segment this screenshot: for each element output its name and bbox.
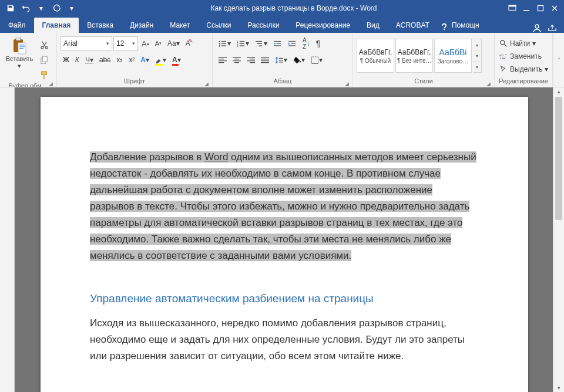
svg-rect-44 xyxy=(233,60,241,61)
clipboard-launcher-icon[interactable]: ◢ xyxy=(49,82,53,87)
selected-paragraph[interactable]: Добавление разрывов в Word одним из выше… xyxy=(90,149,479,264)
minimize-icon[interactable] xyxy=(519,1,533,15)
superscript-button[interactable]: x² xyxy=(126,53,137,67)
align-left-button[interactable] xyxy=(216,53,229,67)
maximize-icon[interactable] xyxy=(533,1,548,15)
svg-rect-39 xyxy=(219,59,224,59)
tab-layout[interactable]: Макет xyxy=(162,18,198,33)
justify-button[interactable] xyxy=(258,53,271,67)
svg-rect-22 xyxy=(221,45,226,46)
shrink-font-button[interactable]: A▾ xyxy=(153,36,164,50)
format-painter-button[interactable] xyxy=(38,68,51,82)
undo-dropdown-icon[interactable]: ▾ xyxy=(34,1,48,15)
title-bar: ▾ ▾ Как сделать разрыв страницы в Ворде.… xyxy=(0,0,564,16)
share-icon[interactable] xyxy=(548,23,557,33)
svg-rect-41 xyxy=(219,62,224,63)
tab-acrobat[interactable]: ACROBAT xyxy=(388,18,438,33)
page[interactable]: Добавление разрывов в Word одним из выше… xyxy=(41,97,528,392)
redo-icon[interactable] xyxy=(49,1,63,15)
svg-rect-35 xyxy=(288,40,296,41)
replace-button[interactable]: abacЗаменить xyxy=(498,50,549,62)
increase-indent-button[interactable] xyxy=(286,36,299,50)
close-icon[interactable] xyxy=(548,1,562,15)
align-center-button[interactable] xyxy=(230,53,243,67)
svg-rect-8 xyxy=(19,45,25,46)
tab-review[interactable]: Рецензирование xyxy=(287,18,358,33)
editing-group-label: Редактирование xyxy=(499,77,548,85)
show-marks-button[interactable]: ¶ xyxy=(314,36,323,50)
svg-rect-10 xyxy=(19,48,24,49)
grow-font-button[interactable]: A▴ xyxy=(139,36,152,50)
line-spacing-button[interactable]: ▾ xyxy=(273,53,290,67)
vertical-scrollbar[interactable]: ▴ ▾ xyxy=(553,87,564,392)
scroll-down-icon[interactable]: ▾ xyxy=(553,384,564,392)
save-icon[interactable] xyxy=(4,1,18,15)
undo-icon[interactable] xyxy=(19,1,33,15)
tab-insert[interactable]: Вставка xyxy=(79,18,122,33)
page-scroll[interactable]: Добавление разрывов в Word одним из выше… xyxy=(15,87,553,392)
align-right-button[interactable] xyxy=(244,53,257,67)
svg-rect-26 xyxy=(240,43,244,43)
numbering-button[interactable]: 123▾ xyxy=(234,36,251,50)
collapse-ribbon-icon[interactable]: ˄ xyxy=(553,33,564,87)
copy-button[interactable] xyxy=(38,53,51,67)
font-name-combo[interactable]: Arial▾ xyxy=(61,36,112,50)
svg-rect-1 xyxy=(509,5,516,7)
scroll-up-icon[interactable]: ▴ xyxy=(553,87,564,96)
tab-design[interactable]: Дизайн xyxy=(122,18,162,33)
bullets-button[interactable]: ▾ xyxy=(216,36,233,50)
style-normal[interactable]: АаБбВвГг,¶ Обычный xyxy=(357,39,394,73)
tell-me-icon[interactable] xyxy=(438,20,451,33)
select-button[interactable]: Выделить ▾ xyxy=(498,63,549,75)
svg-rect-14 xyxy=(43,56,48,61)
scrollbar-thumb[interactable] xyxy=(555,97,562,220)
change-case-button[interactable]: Aa▾ xyxy=(165,36,182,50)
paste-label: Вставить xyxy=(6,55,33,62)
font-launcher-icon[interactable]: ◢ xyxy=(204,81,209,87)
cut-button[interactable] xyxy=(38,38,51,52)
text-effects-button[interactable]: A▾ xyxy=(138,53,152,67)
qat-customize-icon[interactable]: ▾ xyxy=(65,1,79,15)
font-color-button[interactable]: A▾ xyxy=(170,53,183,67)
borders-button[interactable]: ▾ xyxy=(308,53,325,67)
style-nospacing[interactable]: АаБбВвГг,¶ Без инте… xyxy=(395,39,433,73)
tab-file[interactable]: Файл xyxy=(0,18,34,33)
subscript-button[interactable]: x₂ xyxy=(114,53,125,67)
tab-home[interactable]: Главная xyxy=(34,18,79,33)
svg-rect-51 xyxy=(261,59,269,59)
find-button[interactable]: Найти ▾ xyxy=(498,38,549,49)
heading-2[interactable]: Управление автоматическим разбиением на … xyxy=(90,292,479,305)
font-size-combo[interactable]: 12▾ xyxy=(113,36,138,50)
tab-mailings[interactable]: Рассылки xyxy=(240,18,288,33)
styles-launcher-icon[interactable]: ◢ xyxy=(486,81,491,87)
svg-rect-34 xyxy=(274,45,281,46)
svg-rect-29 xyxy=(256,40,262,41)
svg-rect-46 xyxy=(247,57,255,58)
bold-button[interactable]: Ж xyxy=(61,53,72,67)
word-link: Word xyxy=(204,151,228,163)
decrease-indent-button[interactable] xyxy=(271,36,284,50)
strike-button[interactable]: abc xyxy=(97,53,113,67)
highlight-button[interactable]: ▾ xyxy=(153,53,169,67)
ribbon-options-icon[interactable] xyxy=(505,1,519,15)
clear-format-button[interactable]: A✎ xyxy=(183,36,193,50)
svg-rect-2 xyxy=(523,10,529,11)
tab-view[interactable]: Вид xyxy=(358,18,388,33)
shading-button[interactable]: ▾ xyxy=(291,53,307,67)
multilevel-button[interactable]: ▾ xyxy=(253,36,270,50)
tell-me-label[interactable]: Помощн xyxy=(451,18,488,33)
para-launcher-icon[interactable]: ◢ xyxy=(345,81,349,87)
style-heading1[interactable]: АаБбВіЗаголово… xyxy=(434,39,472,73)
account-icon[interactable] xyxy=(532,23,542,33)
svg-point-60 xyxy=(501,40,505,45)
sort-button[interactable]: AZ↓ xyxy=(300,36,313,50)
paste-button[interactable]: Вставить▾ xyxy=(4,36,35,79)
svg-point-19 xyxy=(219,43,220,44)
body-paragraph[interactable]: Исходя из вышесказанного, нередко помимо… xyxy=(90,315,479,364)
underline-button[interactable]: Ч▾ xyxy=(83,53,96,67)
tab-references[interactable]: Ссылки xyxy=(198,18,239,33)
italic-button[interactable]: К xyxy=(73,53,82,67)
svg-rect-31 xyxy=(259,45,263,46)
styles-gallery-more[interactable]: ▴▾▾ xyxy=(473,39,482,73)
svg-point-12 xyxy=(45,46,48,49)
